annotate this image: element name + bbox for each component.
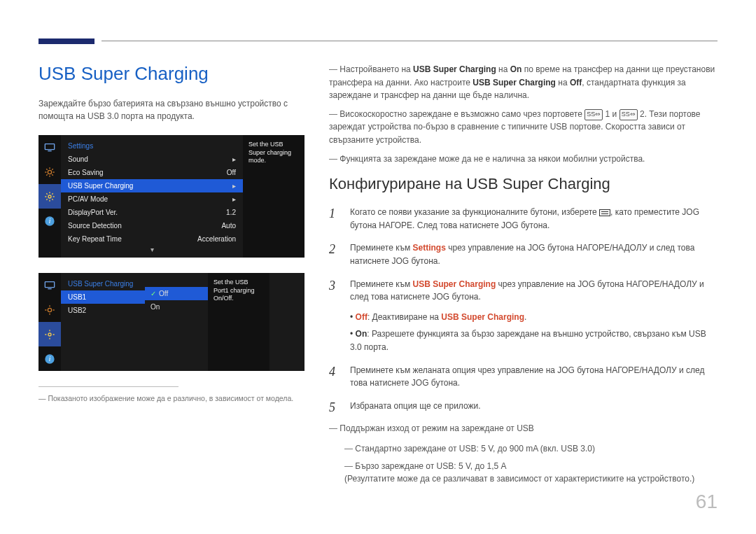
note-1: Настройването на USB Super Charging на O…	[329, 63, 718, 102]
opt-on: On: Разрешете функцията за бързо зарежда…	[350, 328, 718, 353]
document-page: USB Super Charging Зареждайте бързо бате…	[0, 0, 756, 534]
page-title: USB Super Charging	[38, 63, 304, 85]
header-rule	[38, 38, 718, 44]
osd-usb-screenshot: i USB Super Charging USB1 USB2 ✓Off On S…	[38, 273, 304, 371]
config-heading: Конфигуриране на USB Super Charging	[329, 172, 718, 196]
ss-port-icon: SS⇔	[584, 109, 603, 120]
note-2: Високоскоростно зареждане е възможно сам…	[329, 108, 718, 147]
gear-icon	[38, 322, 61, 346]
osd-side-desc: Set the USB Super charging mode.	[243, 135, 304, 258]
footnote-divider	[38, 386, 178, 387]
intro-text: Зареждайте бързо батерията на свързано в…	[38, 97, 304, 122]
option-on: On	[145, 300, 208, 314]
info-icon: i	[38, 209, 61, 233]
top-notes: Настройването на USB Super Charging на O…	[329, 63, 718, 165]
menu-item-usb2: USB2	[61, 304, 145, 317]
right-column: Настройването на USB Super Charging на O…	[329, 63, 718, 493]
footnote: ― Показаното изображение може да е разли…	[38, 394, 304, 402]
menu-item-dpver: DisplayPort Ver.1.2	[61, 206, 243, 219]
opt-off: Off: Деактивиране на USB Super Charging.	[350, 311, 718, 324]
page-number: 61	[696, 491, 718, 513]
output-standard: Стандартно зареждане от USB: 5 V, до 900…	[344, 442, 718, 456]
menu-icon	[599, 209, 610, 216]
svg-rect-7	[48, 288, 51, 289]
step-2: Преминете към Settings чрез управление н…	[329, 241, 718, 267]
menu-item-sound: Sound▸	[61, 153, 243, 166]
menu-item-source: Source DetectionAuto	[61, 219, 243, 232]
brightness-icon	[38, 160, 61, 184]
step-1: Когато се появи указание за функционални…	[329, 206, 718, 232]
left-column: USB Super Charging Зареждайте бързо бате…	[38, 63, 304, 493]
osd2-header: USB Super Charging	[61, 277, 145, 290]
menu-item-pcav: PC/AV Mode▸	[61, 192, 243, 206]
svg-rect-6	[45, 281, 54, 287]
svg-point-9	[48, 333, 51, 336]
osd2-side-desc: Set the USB Port1 charging On/Off.	[208, 273, 270, 371]
steps-list: Когато се появи указание за функционални…	[329, 206, 718, 412]
svg-text:i: i	[49, 356, 51, 363]
note-3: Функцията за зареждане може да не е нали…	[329, 153, 718, 166]
menu-item-eco: Eco SavingOff	[61, 166, 243, 179]
menu-item-usb1: USB1	[61, 290, 145, 304]
output-supported: Поддържан изход от режим на зареждане от…	[329, 422, 718, 435]
menu-item-usb-super-charging: USB Super Charging▸	[61, 179, 243, 192]
svg-point-3	[48, 195, 51, 198]
info-icon: i	[38, 346, 61, 371]
step-5: Избраната опция ще се приложи.	[329, 400, 718, 413]
output-fast: Бързо зареждане от USB: 5 V, до 1,5 A (Р…	[344, 460, 718, 486]
osd-header: Settings	[61, 139, 243, 153]
svg-rect-1	[48, 150, 51, 151]
step-3: Преминете към USB Super Charging чрез уп…	[329, 278, 718, 354]
output-notes: Поддържан изход от режим на зареждане от…	[329, 422, 718, 435]
svg-text:i: i	[49, 218, 51, 225]
osd-settings-screenshot: i Settings Sound▸ Eco SavingOff USB Supe…	[38, 135, 304, 258]
brightness-icon	[38, 297, 61, 322]
svg-rect-0	[45, 143, 54, 149]
monitor-icon	[38, 273, 61, 297]
gear-icon	[38, 184, 61, 209]
monitor-icon	[38, 135, 61, 160]
option-off: ✓Off	[145, 287, 208, 300]
ss-port-icon: SS⇔	[620, 109, 638, 120]
menu-item-keyrepeat: Key Repeat TimeAcceleration	[61, 232, 243, 246]
svg-point-8	[48, 308, 51, 311]
step-4: Преминете към желаната опция чрез управл…	[329, 364, 718, 390]
output-sub-notes: Стандартно зареждане от USB: 5 V, до 900…	[329, 442, 718, 486]
svg-point-2	[48, 170, 51, 174]
